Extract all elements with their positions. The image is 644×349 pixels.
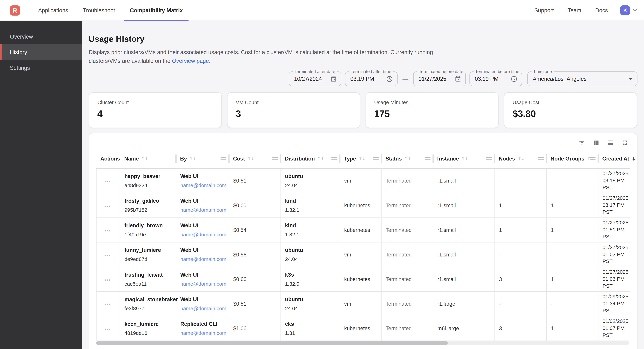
- chevron-down-icon[interactable]: [632, 8, 638, 13]
- created-by-email-link[interactable]: name@domain.com: [180, 281, 226, 287]
- timezone-select[interactable]: Timezone America/Los_Angeles: [528, 71, 638, 86]
- row-actions-button[interactable]: [104, 253, 111, 258]
- cell-node-groups: -: [546, 291, 598, 316]
- horizontal-scrollbar[interactable]: [96, 341, 629, 345]
- row-actions-button[interactable]: [104, 204, 111, 208]
- table-body: happy_beaver a48d9324 Web UI name@domain…: [96, 168, 630, 341]
- created-by-email-link[interactable]: name@domain.com: [180, 256, 226, 262]
- terminated-before-date-field[interactable]: Terminated before date 01/27/2025: [413, 71, 466, 86]
- column-drag-handle-icon[interactable]: [220, 157, 226, 160]
- column-header-name[interactable]: Name ↑↓: [120, 149, 176, 168]
- column-drag-handle-icon[interactable]: [272, 157, 278, 160]
- stat-label: Usage Cost: [512, 100, 628, 105]
- column-header-type[interactable]: Type ↑↓: [340, 149, 382, 168]
- sort-arrows-icon[interactable]: ↑↓: [141, 156, 148, 161]
- avatar[interactable]: K: [620, 5, 630, 15]
- created-by-email-link[interactable]: name@domain.com: [180, 207, 226, 213]
- created-by-email-link[interactable]: name@domain.com: [180, 330, 226, 336]
- sidebar-item-history[interactable]: History: [0, 44, 82, 60]
- sort-arrows-icon[interactable]: ↑↓: [404, 156, 411, 161]
- cluster-id: 1f40a19e: [124, 232, 172, 238]
- table-row: trusting_leavitt cae5ea11 Web UI name@do…: [96, 267, 630, 291]
- nav-item-compatibility-matrix[interactable]: Compatibility Matrix: [124, 0, 188, 21]
- column-header-distribution[interactable]: Distribution ↑↓: [281, 149, 340, 168]
- density-icon[interactable]: [606, 139, 614, 146]
- nav-item-team[interactable]: Team: [562, 0, 587, 21]
- nav-item-applications[interactable]: Applications: [32, 0, 74, 21]
- scrollbar-thumb[interactable]: [96, 341, 448, 345]
- column-drag-handle-icon[interactable]: [373, 157, 378, 160]
- terminated-after-time-field[interactable]: Terminated after time 03:19 PM: [345, 71, 398, 86]
- overview-page-link[interactable]: Overview page: [172, 58, 209, 64]
- column-separator[interactable]: [546, 154, 547, 163]
- created-by-email-link[interactable]: name@domain.com: [180, 232, 226, 238]
- stats-row: Cluster Count 4 VM Count 3 Usage Minutes…: [89, 92, 637, 128]
- cell-actions: [96, 242, 120, 267]
- column-header-by[interactable]: By ↑↓: [176, 149, 229, 168]
- column-header-nodes[interactable]: Nodes ↑↓: [494, 149, 546, 168]
- calendar-icon[interactable]: [455, 75, 461, 82]
- cell-name: funny_lumiere de9ed87d: [120, 242, 176, 267]
- clock-icon[interactable]: [386, 75, 393, 82]
- terminated-after-time-label: Terminated after time: [349, 69, 393, 74]
- column-separator[interactable]: [597, 154, 598, 163]
- created-by-email-link[interactable]: name@domain.com: [180, 182, 226, 188]
- distribution-name: ubuntu: [285, 247, 336, 253]
- sort-arrows-icon[interactable]: ↑↓: [358, 156, 366, 161]
- nav-item-troubleshoot[interactable]: Troubleshoot: [77, 0, 121, 21]
- filter-icon[interactable]: [578, 139, 585, 146]
- sidebar-item-settings[interactable]: Settings: [0, 60, 82, 75]
- column-drag-handle-icon[interactable]: [590, 157, 596, 160]
- terminated-before-time-field[interactable]: Terminated before time 03:19 PM: [470, 71, 522, 86]
- arrow-down-icon[interactable]: ↓: [632, 156, 636, 162]
- column-drag-handle-icon[interactable]: [424, 157, 430, 160]
- sort-arrows-icon[interactable]: ↑↓: [461, 156, 468, 161]
- column-drag-handle-icon[interactable]: [486, 157, 492, 160]
- row-actions-button[interactable]: [104, 278, 111, 282]
- sort-arrows-icon[interactable]: ↑↓: [317, 156, 324, 161]
- column-header-cost[interactable]: Cost ↑↓: [229, 149, 281, 168]
- cell-instance: m6i.large: [433, 316, 494, 341]
- column-separator[interactable]: [432, 154, 434, 163]
- row-actions-button[interactable]: [104, 302, 111, 307]
- column-drag-handle-icon[interactable]: [331, 157, 337, 160]
- cell-cost: $0.54: [229, 218, 281, 242]
- terminated-after-date-field[interactable]: Terminated after date 10/27/2024: [289, 71, 341, 86]
- column-separator[interactable]: [228, 154, 229, 163]
- created-by-email-link[interactable]: name@domain.com: [180, 306, 226, 311]
- column-separator[interactable]: [280, 154, 281, 163]
- cell-by: Web UI name@domain.com: [176, 193, 229, 217]
- row-actions-button[interactable]: [104, 179, 111, 184]
- column-separator[interactable]: [380, 154, 382, 163]
- row-actions-button[interactable]: [104, 229, 111, 233]
- row-actions-button[interactable]: [104, 327, 111, 332]
- cell-instance: r1.small: [433, 267, 494, 291]
- column-header-status[interactable]: Status ↑↓: [381, 149, 433, 168]
- replicated-logo[interactable]: R: [10, 5, 20, 15]
- column-header-instance[interactable]: Instance ↑↓: [433, 149, 494, 168]
- sidebar-item-overview[interactable]: Overview: [0, 29, 82, 44]
- sort-arrows-icon[interactable]: ↑↓: [189, 156, 196, 161]
- column-separator[interactable]: [175, 154, 176, 163]
- column-header-label: Node Groups: [550, 156, 584, 162]
- cell-status: Terminated: [381, 168, 433, 193]
- cell-cost: $0.51: [229, 168, 281, 193]
- sort-arrows-icon[interactable]: ↑↓: [248, 156, 254, 161]
- clock-icon[interactable]: [510, 75, 518, 82]
- sort-arrows-icon[interactable]: ↑↓: [518, 156, 524, 161]
- column-drag-handle-icon[interactable]: [538, 157, 544, 160]
- calendar-icon[interactable]: [330, 75, 337, 82]
- fullscreen-icon[interactable]: [621, 139, 628, 146]
- nav-item-docs[interactable]: Docs: [590, 0, 614, 21]
- column-separator[interactable]: [494, 154, 495, 163]
- nav-item-support[interactable]: Support: [529, 0, 560, 21]
- columns-icon[interactable]: [592, 139, 600, 146]
- cell-actions: [96, 291, 120, 316]
- cell-name: friendly_brown 1f40a19e: [120, 218, 176, 242]
- column-separator[interactable]: [339, 154, 340, 163]
- column-header-label: Created At: [602, 156, 629, 162]
- column-header-node-groups[interactable]: Node Groups ↑↓: [546, 149, 598, 168]
- column-header-created-at[interactable]: Created At ↓: [598, 149, 630, 168]
- sidebar: OverviewHistorySettings: [0, 21, 82, 349]
- column-header-label: Cost: [233, 156, 245, 162]
